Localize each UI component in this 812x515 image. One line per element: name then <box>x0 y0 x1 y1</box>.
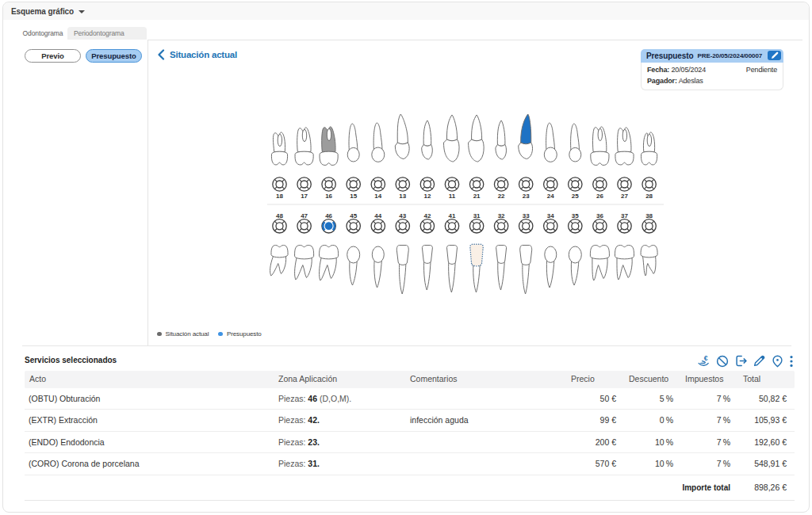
svg-text:31: 31 <box>473 212 481 219</box>
svg-text:37: 37 <box>621 212 628 219</box>
svg-text:36: 36 <box>596 212 603 219</box>
svg-text:43: 43 <box>399 212 406 219</box>
svg-text:22: 22 <box>498 193 505 200</box>
svg-text:11: 11 <box>449 193 456 200</box>
svg-text:15: 15 <box>350 193 357 200</box>
svg-text:24: 24 <box>547 193 554 200</box>
svg-text:27: 27 <box>621 193 628 200</box>
svg-text:47: 47 <box>301 212 308 219</box>
svg-text:€: € <box>704 355 708 362</box>
svg-text:25: 25 <box>572 193 579 200</box>
svg-text:33: 33 <box>523 212 530 219</box>
svg-text:16: 16 <box>325 193 332 200</box>
svg-text:44: 44 <box>374 212 381 219</box>
svg-text:17: 17 <box>301 193 308 200</box>
svg-text:45: 45 <box>350 212 357 219</box>
svg-text:26: 26 <box>596 193 603 200</box>
svg-text:41: 41 <box>449 212 456 219</box>
svg-text:48: 48 <box>276 212 283 219</box>
svg-text:14: 14 <box>374 193 381 200</box>
svg-text:18: 18 <box>276 193 283 200</box>
svg-text:12: 12 <box>423 193 431 200</box>
svg-text:13: 13 <box>399 193 406 200</box>
svg-text:38: 38 <box>645 212 653 219</box>
svg-text:21: 21 <box>473 193 481 200</box>
svg-text:46: 46 <box>325 212 332 219</box>
svg-text:35: 35 <box>572 212 579 219</box>
svg-text:23: 23 <box>523 193 530 200</box>
svg-text:42: 42 <box>423 212 431 219</box>
svg-text:34: 34 <box>547 212 554 219</box>
svg-text:28: 28 <box>645 193 653 200</box>
svg-text:32: 32 <box>498 212 505 219</box>
